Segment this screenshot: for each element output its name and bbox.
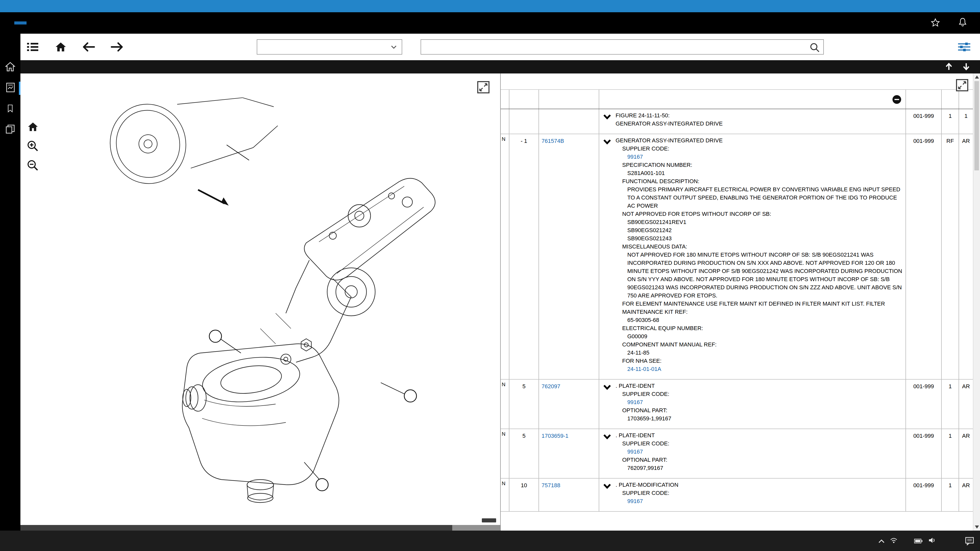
expand-table-button[interactable] xyxy=(956,79,969,92)
back-button[interactable] xyxy=(82,40,96,54)
toc-search-dropdown[interactable] xyxy=(257,39,402,55)
vertical-scrollbar[interactable] xyxy=(973,73,980,530)
row-new-marker: N xyxy=(501,429,509,478)
chevron-down-icon[interactable] xyxy=(603,111,612,127)
nomenclature-line: 24-11-85 xyxy=(616,348,902,357)
action-center-button[interactable] xyxy=(959,530,980,551)
tqa-column-header xyxy=(959,90,973,109)
chevron-down-icon[interactable] xyxy=(603,431,612,472)
minimize-button[interactable] xyxy=(925,0,943,12)
tqa-cell: 1 xyxy=(959,109,973,134)
nomenclature-line: SPECIFICATION NUMBER: xyxy=(616,161,902,169)
filter-settings-button[interactable] xyxy=(956,39,972,55)
bookmarks-button[interactable] xyxy=(931,18,943,28)
nomenclature-line: S281A001-101 xyxy=(616,169,902,177)
workspace: FIGURE 24-11-11-50:GENERATOR ASSY-INTEGR… xyxy=(21,73,980,530)
nomenclature-line: PROVIDES PRIMARY AIRCRAFT ELECTRICAL POW… xyxy=(616,185,902,210)
expand-viewer-button[interactable] xyxy=(477,81,490,94)
hidden-icons-chevron[interactable] xyxy=(878,536,885,545)
nomenclature-link[interactable]: 99167 xyxy=(616,497,902,505)
screen: FIGURE 24-11-11-50:GENERATOR ASSY-INTEGR… xyxy=(0,0,980,551)
nomenclature-link[interactable]: 99167 xyxy=(616,152,902,161)
fig-item-cell: 5 xyxy=(509,429,538,478)
part-number-link[interactable]: 761574B xyxy=(542,138,564,144)
viewer-panel xyxy=(21,73,501,530)
nomenclature-line: GENERATOR ASSY-INTEGRATED DRIVE xyxy=(616,119,902,127)
upa-cell: 1 xyxy=(941,478,959,511)
effect-cell: 001-999 xyxy=(905,134,941,379)
part-number-link[interactable]: 762097 xyxy=(542,383,560,389)
upa-cell: 1 xyxy=(941,380,959,429)
marker-column-header xyxy=(501,90,509,109)
toc-menu-button[interactable] xyxy=(25,40,40,54)
search-input[interactable] xyxy=(421,40,823,54)
parts-table-panel: FIGURE 24-11-11-50:GENERATOR ASSY-INTEGR… xyxy=(501,73,980,530)
horizontal-scrollbar-thumb[interactable] xyxy=(21,525,452,530)
sidebar-expand-button[interactable] xyxy=(0,503,21,521)
callout-c-hotspot[interactable] xyxy=(304,462,328,491)
zoom-in-button[interactable] xyxy=(27,140,39,152)
part-number-cell: 762097 xyxy=(538,380,599,429)
scroll-up-button[interactable] xyxy=(974,73,980,81)
horizontal-scrollbar[interactable] xyxy=(21,525,500,530)
part-number-link[interactable]: 1703659-1 xyxy=(542,433,568,439)
chevron-down-icon[interactable] xyxy=(603,382,612,422)
scroll-down-button[interactable] xyxy=(974,524,980,530)
nomenclature-cell: . PLATE-IDENTSUPPLIER CODE:99167OPTIONAL… xyxy=(599,380,905,429)
fig-item-column-header xyxy=(509,90,538,109)
nomenclature-line: SB90EGS021243 xyxy=(616,234,902,242)
close-button[interactable] xyxy=(962,0,980,12)
battery-icon[interactable] xyxy=(914,536,923,545)
nomenclature-link[interactable]: 24-11-01-01A xyxy=(616,365,902,373)
home-button[interactable] xyxy=(54,40,68,54)
nomenclature-link[interactable]: 99167 xyxy=(616,448,902,456)
sidebar-item-settings[interactable] xyxy=(0,483,21,500)
chevron-down-icon[interactable] xyxy=(603,481,612,505)
parts-table-header xyxy=(501,89,973,109)
forward-button[interactable] xyxy=(110,40,124,54)
bookmark-icon xyxy=(6,103,14,115)
sidebar-item-home[interactable] xyxy=(0,59,21,76)
chevron-down-icon[interactable] xyxy=(603,136,612,373)
collapse-all-button[interactable] xyxy=(892,95,901,105)
fig-item-cell: 5 xyxy=(509,380,538,429)
upa-column-header xyxy=(941,90,959,109)
technical-drawing[interactable] xyxy=(21,73,501,530)
tqa-cell: AR xyxy=(959,429,973,478)
nomenclature-line: 1703659-1,99167 xyxy=(616,414,902,422)
previous-section-button[interactable] xyxy=(945,62,953,71)
row-new-marker: N xyxy=(501,478,509,511)
nomenclature-line: FIGURE 24-11-11-50: xyxy=(616,111,902,119)
fig-item-cell xyxy=(509,109,538,134)
sidebar-item-viewer[interactable] xyxy=(0,79,21,97)
notifications-bell-icon[interactable] xyxy=(959,17,967,29)
callout-b-hotspot[interactable] xyxy=(381,383,417,402)
vertical-scrollbar-thumb[interactable] xyxy=(974,81,979,170)
parts-table-rows: FIGURE 24-11-11-50:GENERATOR ASSY-INTEGR… xyxy=(501,109,973,530)
part-number-link[interactable]: 757188 xyxy=(542,482,560,488)
nomenclature-link[interactable]: 99167 xyxy=(616,398,902,406)
sidebar-item-toolbox-home[interactable] xyxy=(0,38,21,55)
nomenclature-line: . PLATE-IDENT xyxy=(616,431,902,439)
table-row: N - 1 761574B GENERATOR ASSY-INTEGRATED … xyxy=(501,134,973,380)
tqa-cell: AR xyxy=(959,478,973,511)
nomenclature-lines: FIGURE 24-11-11-50:GENERATOR ASSY-INTEGR… xyxy=(616,111,902,127)
effect-cell: 001-999 xyxy=(905,478,941,511)
next-section-button[interactable] xyxy=(963,62,970,71)
aircraft-tail-badge[interactable] xyxy=(14,21,27,24)
volume-icon[interactable] xyxy=(928,536,935,545)
sidebar-item-bookmarks[interactable] xyxy=(0,100,21,118)
fit-home-button[interactable] xyxy=(27,121,39,133)
search-icon[interactable] xyxy=(810,42,820,55)
nomenclature-line: OPTIONAL PART: xyxy=(616,456,902,464)
callout-a-hotspot[interactable] xyxy=(209,330,241,353)
maximize-button[interactable] xyxy=(943,0,962,12)
thumbnails-toggle-button[interactable] xyxy=(482,518,496,522)
network-icon[interactable] xyxy=(890,536,897,545)
nomenclature-lines: . PLATE-IDENTSUPPLIER CODE:99167OPTIONAL… xyxy=(616,431,902,472)
table-row: N 5 762097 . PLATE-IDENTSUPPLIER CODE:99… xyxy=(501,380,973,429)
sidebar-item-library[interactable] xyxy=(0,121,21,139)
zoom-out-button[interactable] xyxy=(27,159,39,171)
window-titlebar[interactable] xyxy=(0,0,980,12)
weather-widget[interactable] xyxy=(858,530,873,551)
